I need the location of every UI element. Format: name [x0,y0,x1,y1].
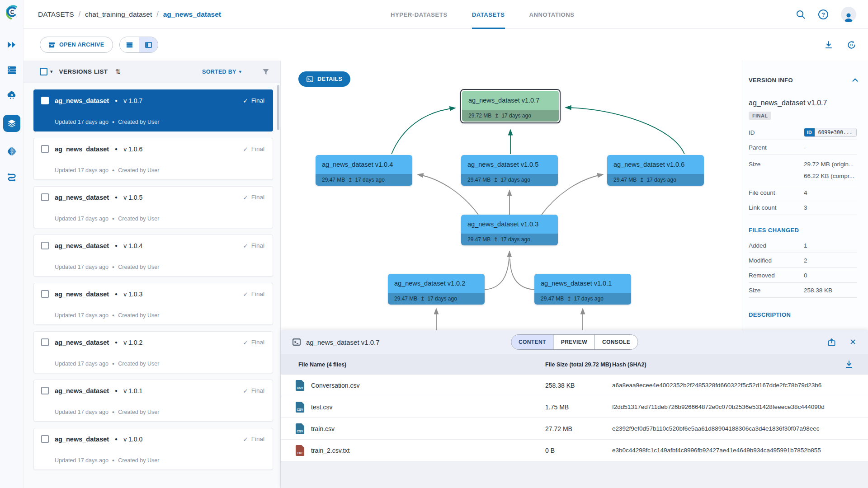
user-avatar[interactable] [841,7,856,22]
sidebar-item-data-cloud[interactable] [6,89,18,101]
file-row-train[interactable]: csvtrain.csv 27.72 MB e2392f9ef0d57b110c… [281,418,868,440]
search-icon[interactable] [796,9,806,19]
collapse-panel-icon[interactable] [852,78,858,84]
table-view-button[interactable] [120,37,139,52]
check-icon: ✓ [243,339,248,346]
status-badge: ✓Final [243,387,264,394]
row-checkbox[interactable] [41,435,49,443]
dot-separator: ● [112,313,114,318]
breadcrumb-project[interactable]: chat_training_dataset [85,10,152,19]
sidebar-nav [0,39,24,183]
graph-node-v1-0-5[interactable]: ag_news_dataset v1.0.5 29.47 MB↥17 days … [461,155,558,186]
file-row-conversation[interactable]: csvConversation.csv 258.38 KB a6a8eaa9ec… [281,375,868,396]
help-icon[interactable]: ? [818,9,828,19]
version-row-1-0-3[interactable]: ag_news_dataset●v 1.0.3 ✓Final Updated 1… [33,283,273,325]
maximize-panel-icon[interactable] [827,338,836,347]
version-name: ag_news_dataset [55,436,109,443]
row-checkbox[interactable] [41,387,49,394]
row-checkbox[interactable] [41,145,49,153]
collapse-rows-icon[interactable]: ⇅ [115,68,121,76]
row-checkbox[interactable] [41,242,49,249]
details-button[interactable]: DETAILS [298,71,350,87]
sidebar-item-getting-started[interactable] [6,39,18,51]
breadcrumb-current: ag_news_dataset [163,10,221,19]
status-badge: ✓Final [243,242,264,249]
breadcrumb-datasets[interactable]: DATASETS [38,10,74,19]
version-row-1-0-4[interactable]: ag_news_dataset●v 1.0.4 ✓Final Updated 1… [33,235,273,277]
node-footer: 29.47 MB↥17 days ago [461,234,558,245]
dataset-toolbar: OPEN ARCHIVE [24,29,868,61]
file-row-train-2[interactable]: txttrain_2.csv.txt 0 B e3b0c44298fc1c149… [281,440,868,461]
close-panel-icon[interactable]: ✕ [849,337,856,347]
info-row-modified: Modified2 [749,253,857,268]
dot-separator: ● [112,216,114,221]
graph-node-v1-0-6[interactable]: ag_news_dataset v1.0.6 29.47 MB↥17 days … [607,155,704,186]
dot-separator: ● [112,120,114,124]
node-footer: 29.72 MB↥17 days ago [462,110,559,122]
node-label: ag_news_dataset v1.0.6 [607,155,704,174]
download-icon[interactable] [824,40,833,49]
files-changed-title: FILES CHANGED [749,227,857,234]
sidebar-item-datasets[interactable] [3,115,20,132]
sidebar-item-pipelines[interactable] [6,171,18,183]
info-row-file-count: File count4 [749,185,857,200]
row-checkbox[interactable] [41,290,49,298]
row-checkbox[interactable] [41,97,49,104]
csv-file-icon: csv [296,423,304,434]
tab-datasets[interactable]: DATASETS [472,0,505,29]
breadcrumb-separator: / [156,10,158,19]
txt-file-icon: txt [296,445,304,456]
upload-icon: ↥ [420,296,425,302]
chevron-down-icon: ▾ [239,69,241,74]
version-row-1-0-5[interactable]: ag_news_dataset●v 1.0.5 ✓Final Updated 1… [33,186,273,228]
row-checkbox[interactable] [41,193,49,201]
dot-separator: ● [112,410,114,414]
version-info-title: VERSION INFO [749,77,793,84]
auto-refresh-icon[interactable] [847,40,856,50]
version-row-1-0-1[interactable]: ag_news_dataset●v 1.0.1 ✓Final Updated 1… [33,380,273,422]
sidebar-item-projects[interactable] [6,64,18,76]
open-archive-button[interactable]: OPEN ARCHIVE [40,37,113,53]
row-checkbox[interactable] [41,338,49,346]
download-files-icon[interactable] [844,360,854,369]
tab-content[interactable]: CONTENT [511,335,553,349]
split-view-button[interactable] [139,37,158,52]
info-row-removed: Removed0 [749,268,857,283]
graph-node-v1-0-4[interactable]: ag_news_dataset v1.0.4 29.47 MB↥17 days … [316,155,412,186]
version-row-1-0-6[interactable]: ag_news_dataset●v 1.0.6 ✓Final Updated 1… [33,138,273,180]
tab-console[interactable]: CONSOLE [594,335,637,349]
version-info-name: ag_news_dataset v1.0.7 [749,99,857,107]
file-name[interactable]: train_2.csv.txt [311,447,349,454]
tab-annotations[interactable]: ANNOTATIONS [529,0,575,29]
graph-node-v1-0-7[interactable]: ag_news_dataset v1.0.7 29.72 MB↥17 days … [460,89,561,123]
file-name[interactable]: test.csv [311,404,332,411]
version-meta: Updated 17 days ago●Created by User [41,167,264,174]
select-menu-caret-icon[interactable]: ▾ [50,69,53,75]
file-name[interactable]: Conversation.csv [311,382,359,389]
version-row-1-0-2[interactable]: ag_news_dataset●v 1.0.2 ✓Final Updated 1… [33,331,273,373]
check-icon: ✓ [243,387,248,394]
clearml-logo-icon[interactable]: C [3,3,20,20]
tab-hyper-datasets[interactable]: HYPER-DATASETS [391,0,448,29]
dot-separator: ● [112,265,114,269]
node-footer: 29.47 MB↥17 days ago [461,174,558,186]
filter-icon[interactable] [262,68,269,75]
sidebar-item-models[interactable] [6,145,18,157]
version-number: v 1.0.7 [123,97,142,104]
version-row-1-0-0[interactable]: ag_news_dataset●v 1.0.0 ✓Final Updated 1… [33,428,273,470]
id-chip[interactable]: ID 6099e300... [804,128,857,137]
graph-node-v1-0-2[interactable]: ag_news_dataset v1.0.2 29.47 MB↥17 days … [388,274,485,305]
version-name: ag_news_dataset [55,194,109,201]
sorted-by-dropdown[interactable]: SORTED BY ▾ [202,69,241,75]
file-table-header: File Name (4 files) File Size (total 29.… [281,354,868,375]
versions-scrollbar[interactable] [277,85,279,130]
file-name[interactable]: train.csv [311,425,335,432]
tab-preview[interactable]: PREVIEW [553,335,594,349]
file-row-test[interactable]: csvtest.csv 1.75 MB f2dd51317ed711deb726… [281,396,868,418]
select-all-checkbox[interactable] [40,68,47,75]
header-icons: ? [796,0,856,29]
graph-node-v1-0-1[interactable]: ag_news_dataset v1.0.1 29.47 MB↥17 days … [534,274,631,305]
status-badge: ✓Final [243,339,264,346]
graph-node-v1-0-3[interactable]: ag_news_dataset v1.0.3 29.47 MB↥17 days … [461,215,558,245]
version-row-1-0-7[interactable]: ag_news_dataset●v 1.0.7 ✓Final Updated 1… [33,89,273,131]
